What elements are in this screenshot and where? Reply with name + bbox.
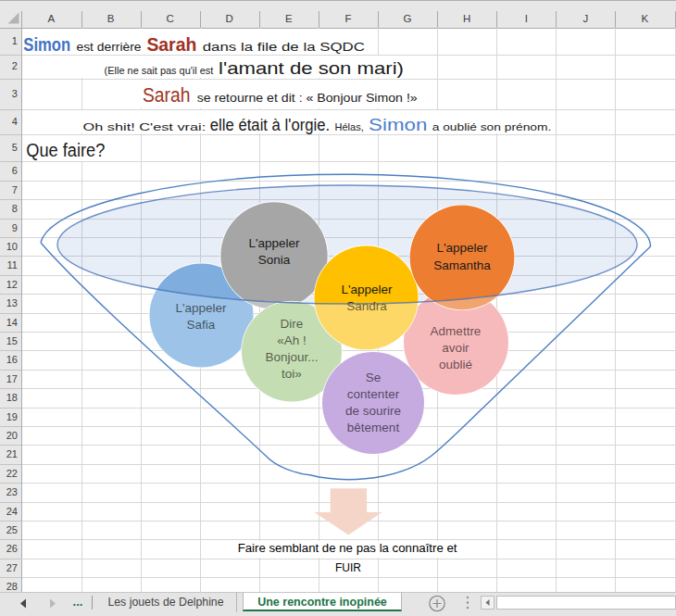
svg-text:Faire semblant de ne pas la co: Faire semblant de ne pas la connaître et [238,542,457,555]
svg-text:FUIR: FUIR [335,561,361,574]
